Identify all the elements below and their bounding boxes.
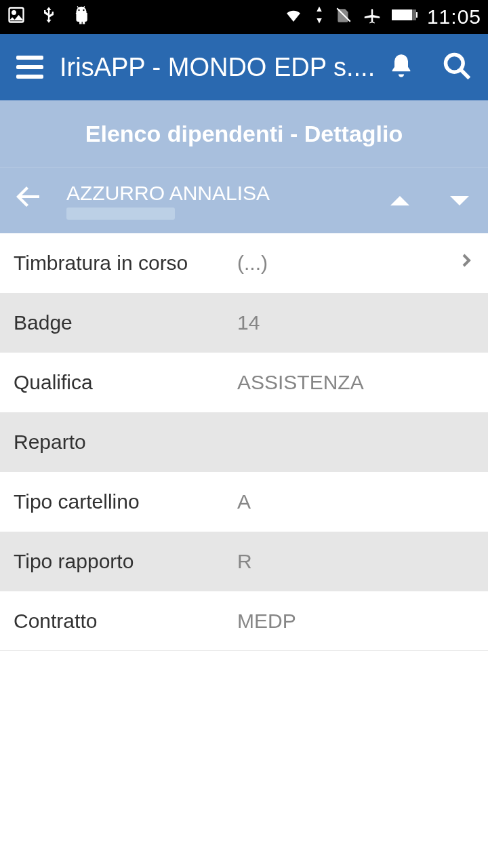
row-contratto: Contratto MEDP [0, 591, 488, 651]
picture-icon [7, 5, 26, 29]
row-timbratura[interactable]: Timbratura in corso (...) [0, 233, 488, 293]
search-icon[interactable] [442, 51, 472, 83]
svg-line-9 [461, 70, 470, 79]
usb-icon [39, 5, 58, 29]
section-title-text: Elenco dipendenti - Dettaglio [85, 121, 403, 147]
row-tipo-rapporto: Tipo rapporto R [0, 532, 488, 591]
back-button[interactable] [12, 180, 66, 220]
row-value: MEDP [237, 610, 474, 633]
row-label: Qualifica [14, 371, 237, 394]
detail-rows: Timbratura in corso (...) Badge 14 Quali… [0, 233, 488, 651]
row-label: Tipo cartellino [14, 490, 237, 513]
data-icon [313, 5, 325, 30]
row-value: 14 [237, 311, 474, 334]
row-qualifica: Qualifica ASSISTENZA [0, 353, 488, 412]
employee-subtitle-placeholder [66, 208, 175, 220]
svg-point-2 [78, 9, 79, 10]
row-label: Timbratura in corso [14, 252, 237, 275]
row-value: ASSISTENZA [237, 371, 474, 394]
hamburger-icon[interactable] [16, 56, 43, 79]
employee-name: AZZURRO ANNALISA [66, 182, 390, 205]
svg-point-3 [83, 9, 84, 10]
app-bar-actions [388, 51, 472, 83]
prev-employee-icon[interactable] [390, 196, 409, 205]
row-label: Badge [14, 311, 237, 334]
android-icon [72, 5, 91, 29]
next-employee-icon[interactable] [450, 196, 469, 205]
bell-icon[interactable] [388, 52, 415, 82]
row-badge: Badge 14 [0, 293, 488, 353]
svg-rect-6 [412, 9, 416, 20]
row-value: (...) [237, 252, 458, 275]
row-tipo-cartellino: Tipo cartellino A [0, 472, 488, 532]
app-title: IrisAPP - MONDO EDP s.... [60, 53, 381, 82]
row-label: Tipo rapporto [14, 550, 237, 573]
svg-point-1 [12, 11, 16, 14]
row-value: A [237, 490, 474, 513]
chevron-right-icon [458, 247, 474, 280]
nav-triangles [390, 196, 469, 205]
status-time: 11:05 [427, 5, 481, 28]
status-right: 11:05 [283, 5, 481, 30]
wifi-icon [283, 5, 304, 30]
svg-rect-5 [392, 9, 412, 20]
battery-icon [392, 6, 418, 28]
airplane-icon [362, 5, 382, 30]
row-label: Contratto [14, 610, 237, 633]
section-title: Elenco dipendenti - Dettaglio [0, 100, 488, 167]
row-reparto: Reparto [0, 412, 488, 472]
app-bar: IrisAPP - MONDO EDP s.... [0, 34, 488, 100]
status-left [7, 5, 91, 29]
employee-bar: AZZURRO ANNALISA [0, 167, 488, 233]
employee-name-wrap: AZZURRO ANNALISA [66, 182, 390, 220]
status-bar: 11:05 [0, 0, 488, 34]
row-label: Reparto [14, 431, 237, 454]
no-sim-icon [335, 5, 352, 30]
row-value: R [237, 550, 474, 573]
svg-rect-7 [416, 12, 418, 18]
svg-point-8 [446, 55, 464, 73]
